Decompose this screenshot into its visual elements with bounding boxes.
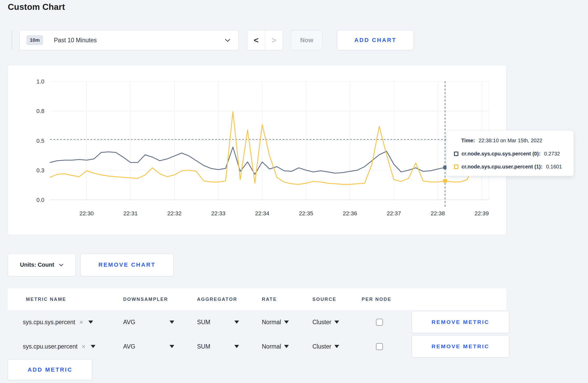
caret-down-icon bbox=[284, 321, 289, 324]
tooltip-series-row: cr.node.sys.cpu.user.percent (1): 0.1601 bbox=[454, 164, 566, 170]
metric-row: sys.cpu.sys.percent × AVG SUM Normal Clu… bbox=[8, 310, 506, 334]
caret-down-icon bbox=[334, 345, 339, 348]
time-nav-group: < > bbox=[247, 30, 283, 50]
metric-name: sys.cpu.sys.percent bbox=[23, 319, 75, 326]
tooltip-series-row: cr.node.sys.cpu.sys.percent (0): 0.2732 bbox=[454, 151, 566, 157]
metric-name: sys.cpu.user.percent bbox=[23, 343, 78, 350]
downsampler-select[interactable]: AVG bbox=[123, 343, 197, 350]
chevron-left-icon: < bbox=[254, 36, 258, 45]
tooltip-time-row: Time: 22:38:10 on Mar 15th, 2022 bbox=[454, 138, 566, 144]
caret-down-icon bbox=[234, 345, 239, 348]
svg-text:22:37: 22:37 bbox=[387, 210, 401, 217]
chart-tooltip: Time: 22:38:10 on Mar 15th, 2022 cr.node… bbox=[446, 130, 574, 176]
svg-text:22:35: 22:35 bbox=[299, 210, 313, 217]
metric-row: sys.cpu.user.percent × AVG SUM Normal Cl… bbox=[8, 334, 506, 359]
tooltip-series-label: cr.node.sys.cpu.sys.percent (0): bbox=[461, 151, 541, 157]
rate-value: Normal bbox=[262, 319, 281, 326]
svg-text:1.0: 1.0 bbox=[36, 78, 44, 85]
svg-text:22:33: 22:33 bbox=[211, 210, 225, 217]
chevron-right-icon: > bbox=[271, 36, 276, 45]
tooltip-time-value: 22:38:10 on Mar 15th, 2022 bbox=[479, 138, 542, 144]
column-header: METRIC NAME bbox=[23, 297, 123, 302]
svg-text:22:32: 22:32 bbox=[167, 210, 181, 217]
rate-value: Normal bbox=[262, 343, 281, 350]
source-select[interactable]: Cluster bbox=[312, 343, 362, 350]
svg-text:0.3: 0.3 bbox=[36, 167, 44, 174]
caret-down-icon bbox=[334, 321, 339, 324]
chevron-down-icon bbox=[59, 264, 64, 266]
column-header: PER NODE bbox=[362, 297, 404, 302]
time-range-select[interactable]: 10m Past 10 Minutes bbox=[19, 30, 239, 50]
add-metric-button[interactable]: ADD METRIC bbox=[8, 359, 92, 380]
svg-text:0.5: 0.5 bbox=[36, 138, 44, 144]
caret-down-icon bbox=[284, 345, 289, 348]
time-prev-button[interactable]: < bbox=[247, 30, 265, 50]
caret-down-icon bbox=[91, 345, 95, 348]
tooltip-series-value: 0.1601 bbox=[546, 164, 562, 170]
chart-card: 0.00.30.50.81.022:3022:3122:3222:3322:34… bbox=[8, 65, 506, 235]
svg-text:22:36: 22:36 bbox=[343, 210, 357, 217]
column-header: SOURCE bbox=[312, 297, 362, 302]
column-header: AGGREGATOR bbox=[197, 297, 262, 302]
rate-select[interactable]: Normal bbox=[262, 343, 312, 350]
tooltip-series-label: cr.node.sys.cpu.user.percent (1): bbox=[461, 164, 542, 170]
svg-text:0.0: 0.0 bbox=[36, 197, 44, 203]
source-select[interactable]: Cluster bbox=[312, 319, 362, 326]
units-label: Units: Count bbox=[20, 261, 54, 268]
metrics-table-header: METRIC NAME DOWNSAMPLER AGGREGATOR RATE … bbox=[8, 288, 506, 310]
svg-text:22:30: 22:30 bbox=[80, 210, 94, 217]
downsampler-value: AVG bbox=[123, 319, 135, 326]
remove-metric-button[interactable]: REMOVE METRIC bbox=[412, 335, 509, 358]
remove-metric-button[interactable]: REMOVE METRIC bbox=[412, 311, 509, 333]
svg-text:0.8: 0.8 bbox=[36, 108, 44, 114]
svg-text:22:31: 22:31 bbox=[123, 210, 138, 217]
source-value: Cluster bbox=[312, 319, 331, 326]
svg-text:22:34: 22:34 bbox=[255, 210, 269, 217]
user-series-swatch-icon bbox=[454, 165, 458, 169]
units-select[interactable]: Units: Count bbox=[8, 253, 76, 276]
custom-chart-page: Custom Chart 10m Past 10 Minutes < > Now… bbox=[0, 0, 588, 383]
add-chart-button[interactable]: ADD CHART bbox=[337, 30, 414, 50]
page-title: Custom Chart bbox=[8, 2, 65, 12]
metric-name-select[interactable]: sys.cpu.user.percent × bbox=[23, 343, 123, 350]
time-range-label: Past 10 Minutes bbox=[54, 37, 97, 44]
aggregator-value: SUM bbox=[197, 343, 210, 350]
per-node-checkbox[interactable] bbox=[376, 343, 383, 350]
per-node-checkbox[interactable] bbox=[376, 319, 383, 326]
metric-name-select[interactable]: sys.cpu.sys.percent × bbox=[23, 318, 123, 326]
remove-token-icon[interactable]: × bbox=[82, 343, 86, 350]
caret-down-icon bbox=[170, 321, 174, 324]
tooltip-series-value: 0.2732 bbox=[544, 151, 560, 157]
time-range-badge: 10m bbox=[26, 35, 43, 45]
chevron-down-icon bbox=[225, 39, 230, 42]
downsampler-value: AVG bbox=[123, 343, 135, 350]
remove-token-icon[interactable]: × bbox=[79, 318, 83, 326]
toolbar-divider bbox=[12, 31, 12, 50]
caret-down-icon bbox=[88, 321, 93, 324]
remove-chart-button[interactable]: REMOVE CHART bbox=[80, 253, 174, 276]
aggregator-value: SUM bbox=[197, 319, 210, 326]
aggregator-select[interactable]: SUM bbox=[197, 319, 262, 326]
column-header: RATE bbox=[262, 297, 312, 302]
now-button[interactable]: Now bbox=[291, 30, 323, 50]
svg-text:22:39: 22:39 bbox=[474, 210, 489, 217]
caret-down-icon bbox=[234, 321, 239, 324]
line-chart[interactable]: 0.00.30.50.81.022:3022:3122:3222:3322:34… bbox=[8, 65, 507, 235]
rate-select[interactable]: Normal bbox=[262, 319, 312, 326]
caret-down-icon bbox=[170, 345, 174, 348]
aggregator-select[interactable]: SUM bbox=[197, 343, 262, 350]
column-header: DOWNSAMPLER bbox=[123, 297, 197, 302]
svg-text:22:38: 22:38 bbox=[431, 210, 445, 217]
downsampler-select[interactable]: AVG bbox=[123, 319, 197, 326]
source-value: Cluster bbox=[312, 343, 331, 350]
sys-series-swatch-icon bbox=[454, 152, 458, 156]
tooltip-time-label: Time: bbox=[461, 138, 475, 144]
time-next-button[interactable]: > bbox=[265, 30, 283, 50]
